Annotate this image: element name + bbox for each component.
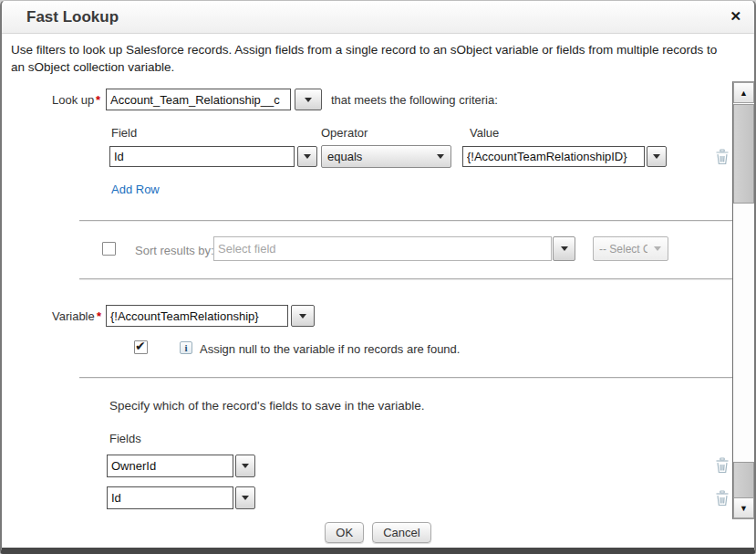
- criteria-operator-select[interactable]: equals: [321, 145, 451, 168]
- lookup-object-input[interactable]: [106, 89, 291, 110]
- assign-null-checkbox[interactable]: ✔: [134, 340, 148, 354]
- criteria-value-header: Value: [470, 126, 499, 140]
- criteria-operator-value: equals: [322, 150, 430, 163]
- chevron-down-icon: [653, 154, 660, 159]
- sort-results-label: Sort results by:: [135, 244, 214, 257]
- info-icon[interactable]: i: [180, 341, 192, 354]
- scroll-up-button[interactable]: ▲: [733, 82, 754, 103]
- fields-instruction: Specify which of the record's fields to …: [109, 399, 425, 413]
- criteria-field-header: Field: [111, 126, 137, 140]
- variable-label: Variable: [52, 309, 95, 323]
- divider: [79, 377, 732, 378]
- criteria-value-dropdown-button[interactable]: [647, 146, 667, 167]
- fields-row-dropdown-button[interactable]: [235, 486, 255, 509]
- sort-results-checkbox[interactable]: [102, 242, 116, 256]
- scrollbar-thumb-lower[interactable]: [733, 462, 754, 498]
- chevron-down-icon: [647, 246, 668, 251]
- scroll-down-button[interactable]: ▼: [733, 497, 754, 518]
- divider: [79, 278, 732, 279]
- scroll-down-icon: ▼: [740, 504, 748, 513]
- chevron-down-icon: [561, 246, 568, 251]
- dialog-titlebar: Fast Lookup ✕: [2, 1, 754, 34]
- add-row-link[interactable]: Add Row: [111, 183, 160, 196]
- criteria-field-dropdown-button[interactable]: [297, 146, 317, 167]
- fields-row-dropdown-button[interactable]: [235, 455, 255, 477]
- scrollbar-thumb[interactable]: [733, 104, 754, 204]
- fields-header: Fields: [109, 432, 141, 445]
- sort-order-select[interactable]: -- Select One --: [593, 236, 668, 261]
- vertical-scrollbar[interactable]: ▲ ▼: [732, 81, 755, 519]
- chevron-down-icon: [299, 314, 306, 319]
- criteria-value-input[interactable]: [462, 146, 645, 167]
- scroll-up-icon: ▲: [740, 89, 748, 98]
- chevron-down-icon: [304, 154, 311, 159]
- assign-null-label: Assign null to the variable if no record…: [200, 342, 460, 356]
- fast-lookup-dialog: Fast Lookup ✕ Use filters to look up Sal…: [0, 0, 756, 554]
- fields-row-input[interactable]: [107, 486, 233, 509]
- criteria-field-input[interactable]: [109, 146, 295, 167]
- lookup-object-dropdown-button[interactable]: [295, 89, 322, 110]
- sort-field-input[interactable]: [213, 236, 552, 261]
- chevron-down-icon: [430, 154, 450, 159]
- variable-input[interactable]: [106, 305, 288, 327]
- criteria-operator-header: Operator: [321, 126, 368, 140]
- fields-row-delete-trash-icon[interactable]: [715, 490, 730, 510]
- variable-required-mark: *: [97, 309, 101, 323]
- sort-order-value: -- Select One --: [594, 243, 647, 256]
- sort-field-dropdown-button[interactable]: [553, 236, 575, 261]
- close-icon[interactable]: ✕: [730, 7, 741, 26]
- chevron-down-icon: [305, 98, 312, 102]
- lookup-label: Look up: [52, 93, 94, 107]
- dialog-title: Fast Lookup: [26, 8, 119, 26]
- lookup-required-mark: *: [96, 93, 100, 107]
- cancel-button[interactable]: Cancel: [372, 522, 430, 543]
- fields-row-input[interactable]: [107, 455, 233, 477]
- variable-dropdown-button[interactable]: [291, 305, 315, 327]
- fields-row-delete-trash-icon[interactable]: [715, 457, 730, 477]
- ok-button[interactable]: OK: [325, 522, 364, 543]
- chevron-down-icon: [242, 464, 249, 468]
- lookup-criteria-suffix: that meets the following criteria:: [331, 93, 498, 107]
- dialog-footer: OK Cancel: [2, 522, 754, 543]
- divider: [79, 220, 732, 221]
- criteria-row-delete-trash-icon[interactable]: [715, 149, 730, 169]
- chevron-down-icon: [242, 496, 249, 500]
- check-icon: ✔: [135, 339, 146, 353]
- dialog-description: Use filters to look up Salesforce record…: [11, 41, 730, 76]
